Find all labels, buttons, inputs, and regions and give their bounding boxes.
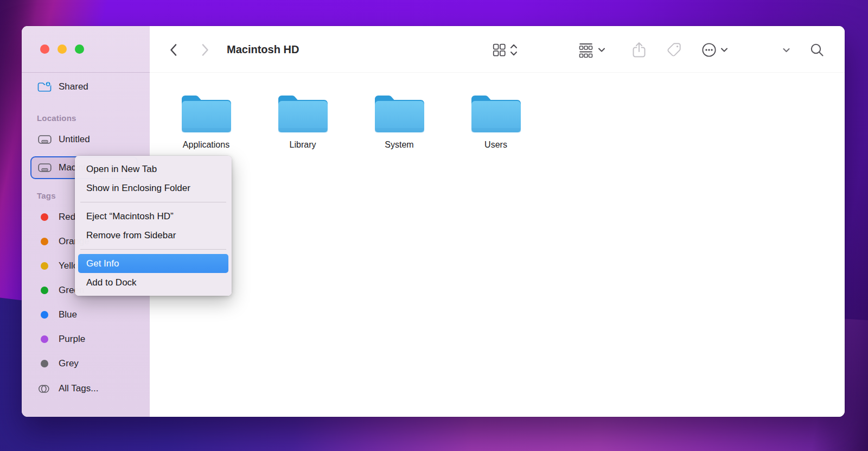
chevron-left-icon xyxy=(168,42,179,58)
tag-color-dot xyxy=(41,262,48,270)
tag-color-dot xyxy=(41,311,48,319)
more-options-button[interactable] xyxy=(699,41,730,59)
drive-icon xyxy=(35,135,54,144)
folder-users[interactable]: Users xyxy=(457,93,535,150)
chevron-right-icon xyxy=(200,42,210,58)
shared-folder-icon xyxy=(35,81,54,93)
folder-applications[interactable]: Applications xyxy=(167,93,245,150)
tag-button[interactable] xyxy=(664,41,685,59)
finder-window: Shared Locations Untitled xyxy=(22,26,845,417)
folder-icon xyxy=(373,93,426,135)
sidebar-item-tag-purple[interactable]: Purple xyxy=(35,329,143,349)
sidebar-item-label: All Tags... xyxy=(59,383,98,394)
group-by-button[interactable] xyxy=(575,41,608,59)
menu-item-eject-macintosh-hd[interactable]: Eject “Macintosh HD” xyxy=(78,207,228,226)
grid-view-icon xyxy=(492,42,507,58)
window-title: Macintosh HD xyxy=(227,26,299,73)
zoom-button[interactable] xyxy=(75,45,84,54)
folder-library[interactable]: Library xyxy=(264,93,342,150)
chevron-up-down-icon xyxy=(510,43,518,57)
forward-button[interactable] xyxy=(197,41,213,59)
search-button[interactable] xyxy=(807,41,827,59)
back-button[interactable] xyxy=(166,41,181,59)
menu-item-remove-from-sidebar[interactable]: Remove from Sidebar xyxy=(78,226,228,245)
sidebar-item-label: Shared xyxy=(59,81,88,92)
tag-color-dot xyxy=(41,360,48,367)
close-button[interactable] xyxy=(40,45,49,54)
toolbar-collapse-button[interactable] xyxy=(780,41,793,59)
tag-color-dot xyxy=(41,335,48,343)
menu-item-show-in-enclosing-folder[interactable]: Show in Enclosing Folder xyxy=(78,179,228,198)
sidebar-item-untitled[interactable]: Untitled xyxy=(35,130,143,149)
tag-color-dot xyxy=(41,287,48,294)
menu-separator xyxy=(80,249,226,250)
minimize-button[interactable] xyxy=(58,45,67,54)
all-tags-icon xyxy=(35,384,54,393)
sidebar-divider xyxy=(22,72,150,73)
menu-item-open-in-new-tab[interactable]: Open in New Tab xyxy=(78,160,228,179)
chevron-down-icon xyxy=(782,47,790,53)
folder-label: Library xyxy=(290,140,316,150)
menu-item-add-to-dock[interactable]: Add to Dock xyxy=(78,273,228,292)
tag-color-dot xyxy=(41,213,48,221)
menu-separator xyxy=(80,202,226,202)
content-area xyxy=(150,26,845,417)
sidebar-item-tag-blue[interactable]: Blue xyxy=(35,305,143,325)
share-button[interactable] xyxy=(629,41,649,59)
desktop: Shared Locations Untitled xyxy=(0,0,868,451)
folder-icon xyxy=(180,93,233,135)
chevron-down-icon xyxy=(720,47,728,53)
ellipsis-circle-icon xyxy=(701,42,717,58)
folder-system[interactable]: System xyxy=(360,93,438,150)
tag-icon xyxy=(666,42,682,58)
context-menu: Open in New Tab Show in Enclosing Folder… xyxy=(75,156,232,296)
sidebar-item-label: Purple xyxy=(59,334,85,345)
sidebar-item-label: Untitled xyxy=(59,134,90,145)
folder-icon xyxy=(470,93,522,135)
sidebar-item-label: Blue xyxy=(59,309,77,320)
window-controls xyxy=(40,45,84,54)
sidebar-item-all-tags[interactable]: All Tags... xyxy=(35,379,143,398)
group-by-icon xyxy=(577,42,595,58)
sidebar-item-tag-grey[interactable]: Grey xyxy=(35,354,143,373)
folder-icon xyxy=(277,93,329,135)
folder-label: System xyxy=(385,140,413,150)
sidebar-item-shared[interactable]: Shared xyxy=(35,77,143,97)
view-options-button[interactable] xyxy=(489,41,520,59)
sidebar-section-tags: Tags xyxy=(37,191,56,202)
sidebar-item-label: Red xyxy=(59,212,75,223)
share-icon xyxy=(631,41,647,59)
search-icon xyxy=(809,42,825,58)
menu-item-get-info[interactable]: Get Info xyxy=(78,254,228,273)
sidebar-item-label: Grey xyxy=(59,358,79,369)
folder-label: Users xyxy=(484,140,507,150)
folder-label: Applications xyxy=(183,140,229,150)
tag-color-dot xyxy=(41,238,48,245)
drive-icon xyxy=(35,163,54,173)
sidebar-section-locations: Locations xyxy=(37,113,76,124)
chevron-down-icon xyxy=(598,47,605,53)
